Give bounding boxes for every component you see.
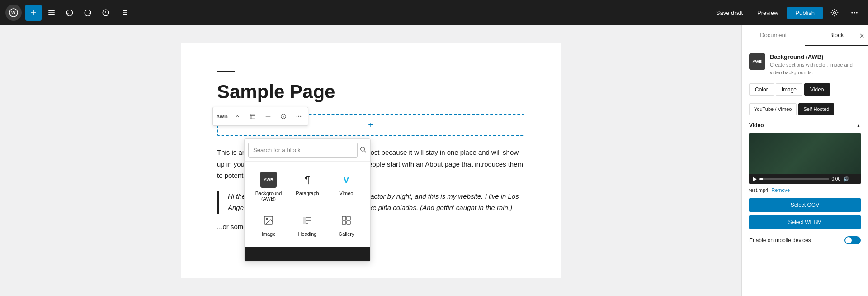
- svg-point-4: [851, 12, 853, 14]
- video-remove-link[interactable]: Remove: [771, 187, 790, 193]
- page-title-divider: [217, 71, 235, 72]
- block-info-text: Background (AWB) Create sections with co…: [770, 53, 861, 76]
- paragraph-block-label: Paragraph: [296, 191, 319, 196]
- sidebar-content: AWB Background (AWB) Create sections wit…: [742, 46, 868, 252]
- block-name: Background (AWB): [770, 53, 861, 60]
- video-progress-bar[interactable]: [760, 178, 829, 180]
- toolbar-left: W: [5, 5, 433, 21]
- more-options-button[interactable]: [846, 5, 863, 21]
- block-item-awb[interactable]: AWB Background(AWB): [250, 167, 287, 206]
- block-popup-footer: [245, 247, 370, 261]
- bg-tab-color[interactable]: Color: [749, 83, 774, 96]
- block-move-up-btn[interactable]: [230, 109, 245, 124]
- settings-button[interactable]: [826, 5, 843, 21]
- add-block-button[interactable]: [25, 5, 42, 21]
- tab-block[interactable]: Block: [805, 25, 868, 46]
- video-content-placeholder: [749, 133, 861, 174]
- image-block-label: Image: [262, 231, 276, 237]
- video-progress-fill: [760, 178, 763, 180]
- block-item-paragraph[interactable]: ¶ Paragraph: [289, 167, 326, 206]
- enable-mobile-row: Enable on mobile devices: [749, 236, 861, 244]
- block-item-vimeo[interactable]: V Vimeo: [328, 167, 365, 206]
- bg-tab-video[interactable]: Video: [804, 83, 830, 96]
- block-item-heading[interactable]: Heading: [289, 208, 326, 241]
- gallery-block-icon: [338, 212, 354, 229]
- video-source-youtube[interactable]: YouTube / Vimeo: [749, 103, 797, 115]
- toggle-knob: [845, 237, 852, 243]
- svg-rect-15: [303, 217, 306, 224]
- video-file-name: test.mp4 Remove: [749, 187, 861, 193]
- video-time-display: 0:00: [832, 177, 840, 181]
- svg-rect-18: [342, 221, 346, 224]
- video-fullscreen-button[interactable]: ⛶: [852, 176, 857, 181]
- block-search-input[interactable]: [248, 143, 358, 158]
- top-toolbar: W Save draft Preview Publish: [0, 0, 868, 25]
- block-layout-btn[interactable]: [245, 109, 260, 124]
- heading-block-label: Heading: [298, 231, 317, 237]
- add-block-plus-icon: +: [368, 120, 373, 130]
- svg-point-5: [854, 12, 855, 14]
- info-button[interactable]: [98, 5, 114, 21]
- block-awb-btn[interactable]: AWB: [215, 109, 229, 124]
- block-item-gallery[interactable]: Gallery: [328, 208, 365, 241]
- redo-button[interactable]: [80, 5, 96, 21]
- enable-mobile-toggle[interactable]: [844, 236, 861, 244]
- editor-area[interactable]: AWB Sample Page: [0, 25, 741, 296]
- paragraph-block-icon: ¶: [299, 172, 316, 188]
- block-more-btn[interactable]: [292, 109, 306, 124]
- vimeo-block-label: Vimeo: [340, 191, 354, 196]
- sidebar-tabs: Document Block ×: [742, 25, 868, 46]
- svg-rect-17: [347, 216, 350, 220]
- preview-button[interactable]: Preview: [752, 7, 783, 19]
- video-section-title: Video ▲: [749, 122, 861, 129]
- svg-rect-19: [347, 221, 350, 224]
- block-search-button[interactable]: [359, 146, 367, 154]
- sidebar-close-button[interactable]: ×: [859, 32, 864, 40]
- save-draft-button[interactable]: Save draft: [711, 7, 748, 19]
- select-ogv-button[interactable]: Select OGV: [749, 198, 861, 212]
- block-toolbar: AWB: [212, 107, 308, 126]
- svg-point-10: [298, 116, 299, 117]
- svg-point-12: [361, 147, 365, 151]
- tab-document[interactable]: Document: [742, 25, 805, 46]
- svg-point-3: [834, 12, 836, 14]
- block-info: AWB Background (AWB) Create sections wit…: [749, 53, 861, 76]
- tools-button[interactable]: [43, 5, 60, 21]
- video-controls: ▶ 0:00 🔊 ⛶: [749, 174, 861, 184]
- video-volume-button[interactable]: 🔊: [843, 176, 849, 182]
- block-info-icon: AWB: [749, 53, 765, 70]
- select-webm-button[interactable]: Select WEBM: [749, 215, 861, 229]
- awb-block-icon: AWB: [260, 172, 277, 188]
- block-popup: AWB Background(AWB) ¶ Paragraph V: [244, 138, 371, 262]
- block-info-btn[interactable]: [276, 109, 291, 124]
- video-source-tabs: YouTube / Vimeo Self Hosted: [749, 103, 861, 115]
- block-align-btn[interactable]: [261, 109, 275, 124]
- right-sidebar: Document Block × AWB Background (AWB) Cr…: [741, 25, 868, 296]
- editor-content: AWB Sample Page: [181, 43, 561, 278]
- list-view-button[interactable]: [116, 5, 132, 21]
- awb-block-label: Background(AWB): [255, 191, 282, 201]
- video-source-self-hosted[interactable]: Self Hosted: [798, 103, 834, 115]
- wp-logo[interactable]: W: [5, 5, 22, 21]
- svg-point-14: [266, 218, 268, 220]
- svg-point-6: [856, 12, 858, 14]
- toolbar-right: Save draft Preview Publish: [435, 5, 863, 21]
- svg-text:W: W: [11, 10, 16, 15]
- svg-point-11: [300, 116, 301, 117]
- publish-button[interactable]: Publish: [787, 7, 823, 19]
- svg-rect-16: [342, 216, 346, 220]
- bg-tab-image[interactable]: Image: [776, 83, 802, 96]
- page-title[interactable]: Sample Page: [217, 81, 524, 103]
- main-layout: AWB Sample Page: [0, 25, 868, 296]
- video-play-button[interactable]: ▶: [753, 176, 757, 182]
- block-desc: Create sections with color, image and vi…: [770, 61, 861, 76]
- video-section-chevron[interactable]: ▲: [856, 123, 861, 128]
- svg-rect-7: [250, 114, 255, 119]
- bg-type-tabs: Color Image Video: [749, 83, 861, 96]
- block-search-container: [245, 139, 370, 162]
- enable-mobile-label: Enable on mobile devices: [749, 237, 811, 243]
- vimeo-block-icon: V: [338, 172, 354, 188]
- heading-block-icon: [299, 212, 316, 229]
- block-item-image[interactable]: Image: [250, 208, 287, 241]
- undo-button[interactable]: [61, 5, 78, 21]
